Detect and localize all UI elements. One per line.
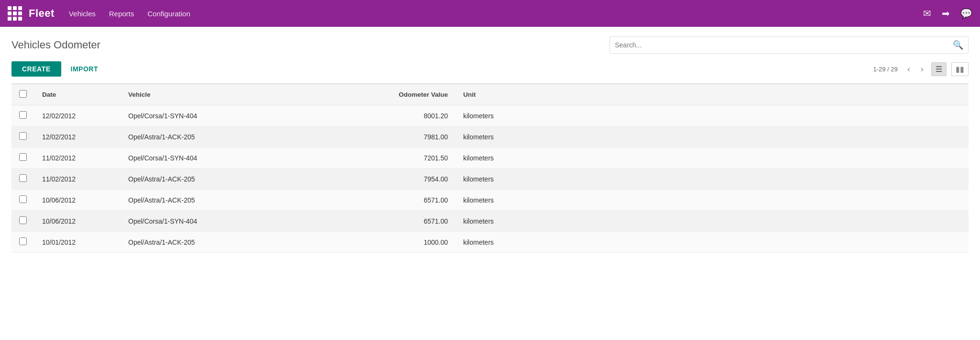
row-unit: kilometers — [456, 190, 969, 211]
row-vehicle: Opel/Astra/1-ACK-205 — [121, 169, 312, 190]
row-checkbox[interactable] — [19, 195, 27, 203]
row-checkbox-cell — [11, 126, 34, 147]
row-date: 12/02/2012 — [34, 126, 121, 147]
row-checkbox[interactable] — [19, 132, 27, 140]
apps-icon[interactable] — [8, 6, 22, 21]
table-row[interactable]: 12/02/2012 Opel/Corsa/1-SYN-404 8001.20 … — [11, 105, 969, 126]
header-unit: Unit — [456, 84, 969, 105]
row-date: 11/02/2012 — [34, 147, 121, 169]
table-row[interactable]: 10/06/2012 Opel/Corsa/1-SYN-404 6571.00 … — [11, 211, 969, 232]
page-title: Vehicles Odometer — [11, 39, 100, 51]
row-checkbox-cell — [11, 169, 34, 190]
header-date: Date — [34, 84, 121, 105]
mail-icon[interactable]: ✉ — [923, 8, 931, 19]
pagination-info: 1-29 / 29 — [873, 66, 898, 73]
toolbar: CREATE IMPORT 1-29 / 29 ‹ › ☰ ▮▮ — [11, 61, 969, 77]
chat-icon[interactable]: 💬 — [960, 8, 972, 19]
row-checkbox-cell — [11, 232, 34, 253]
row-checkbox[interactable] — [19, 238, 27, 245]
row-odometer: 1000.00 — [312, 232, 456, 253]
row-unit: kilometers — [456, 232, 969, 253]
row-checkbox[interactable] — [19, 174, 27, 182]
table-header-row: Date Vehicle Odometer Value Unit — [11, 84, 969, 105]
navbar: Fleet Vehicles Reports Configuration ✉ ➡… — [0, 0, 980, 27]
row-checkbox-cell — [11, 211, 34, 232]
table-row[interactable]: 10/01/2012 Opel/Astra/1-ACK-205 1000.00 … — [11, 232, 969, 253]
login-icon[interactable]: ➡ — [942, 8, 950, 19]
table-row[interactable]: 10/06/2012 Opel/Astra/1-ACK-205 6571.00 … — [11, 190, 969, 211]
import-button[interactable]: IMPORT — [69, 61, 100, 77]
row-date: 11/02/2012 — [34, 169, 121, 190]
row-odometer: 8001.20 — [312, 105, 456, 126]
list-view-button[interactable]: ☰ — [931, 62, 947, 76]
row-vehicle: Opel/Corsa/1-SYN-404 — [121, 147, 312, 169]
row-checkbox-cell — [11, 105, 34, 126]
row-vehicle: Opel/Corsa/1-SYN-404 — [121, 211, 312, 232]
pagination-prev-button[interactable]: ‹ — [904, 64, 913, 74]
row-unit: kilometers — [456, 105, 969, 126]
nav-item-configuration[interactable]: Configuration — [147, 8, 190, 20]
table-row[interactable]: 11/02/2012 Opel/Corsa/1-SYN-404 7201.50 … — [11, 147, 969, 169]
row-date: 10/01/2012 — [34, 232, 121, 253]
row-odometer: 6571.00 — [312, 211, 456, 232]
brand-logo[interactable]: Fleet — [29, 7, 55, 20]
page-content: Vehicles Odometer 🔍 CREATE IMPORT 1-29 /… — [0, 27, 980, 253]
row-vehicle: Opel/Corsa/1-SYN-404 — [121, 105, 312, 126]
row-odometer: 7954.00 — [312, 169, 456, 190]
row-unit: kilometers — [456, 126, 969, 147]
nav-item-vehicles[interactable]: Vehicles — [69, 8, 96, 20]
row-odometer: 7201.50 — [312, 147, 456, 169]
search-icon[interactable]: 🔍 — [953, 40, 963, 50]
row-date: 10/06/2012 — [34, 190, 121, 211]
navbar-menu: Vehicles Reports Configuration — [69, 8, 923, 20]
row-vehicle: Opel/Astra/1-ACK-205 — [121, 190, 312, 211]
page-header: Vehicles Odometer 🔍 — [11, 36, 969, 54]
row-checkbox-cell — [11, 190, 34, 211]
header-checkbox-col — [11, 84, 34, 105]
toolbar-right: 1-29 / 29 ‹ › ☰ ▮▮ — [873, 62, 969, 76]
header-odometer: Odometer Value — [312, 84, 456, 105]
row-checkbox[interactable] — [19, 153, 27, 161]
row-vehicle: Opel/Astra/1-ACK-205 — [121, 126, 312, 147]
row-checkbox-cell — [11, 147, 34, 169]
table-row[interactable]: 12/02/2012 Opel/Astra/1-ACK-205 7981.00 … — [11, 126, 969, 147]
header-vehicle: Vehicle — [121, 84, 312, 105]
chart-view-button[interactable]: ▮▮ — [951, 62, 969, 76]
row-odometer: 7981.00 — [312, 126, 456, 147]
toolbar-left: CREATE IMPORT — [11, 61, 100, 77]
row-date: 10/06/2012 — [34, 211, 121, 232]
row-odometer: 6571.00 — [312, 190, 456, 211]
pagination-next-button[interactable]: › — [918, 64, 926, 74]
row-checkbox[interactable] — [19, 111, 27, 119]
row-date: 12/02/2012 — [34, 105, 121, 126]
data-table: Date Vehicle Odometer Value Unit 12/02/2… — [11, 83, 969, 253]
row-unit: kilometers — [456, 147, 969, 169]
nav-item-reports[interactable]: Reports — [109, 8, 134, 20]
table-row[interactable]: 11/02/2012 Opel/Astra/1-ACK-205 7954.00 … — [11, 169, 969, 190]
row-vehicle: Opel/Astra/1-ACK-205 — [121, 232, 312, 253]
row-unit: kilometers — [456, 169, 969, 190]
search-input[interactable] — [615, 41, 953, 49]
search-bar: 🔍 — [610, 36, 969, 54]
select-all-checkbox[interactable] — [19, 90, 27, 98]
row-checkbox[interactable] — [19, 216, 27, 224]
row-unit: kilometers — [456, 211, 969, 232]
table-body: 12/02/2012 Opel/Corsa/1-SYN-404 8001.20 … — [11, 105, 969, 253]
navbar-actions: ✉ ➡ 💬 — [923, 8, 972, 19]
create-button[interactable]: CREATE — [11, 61, 61, 77]
